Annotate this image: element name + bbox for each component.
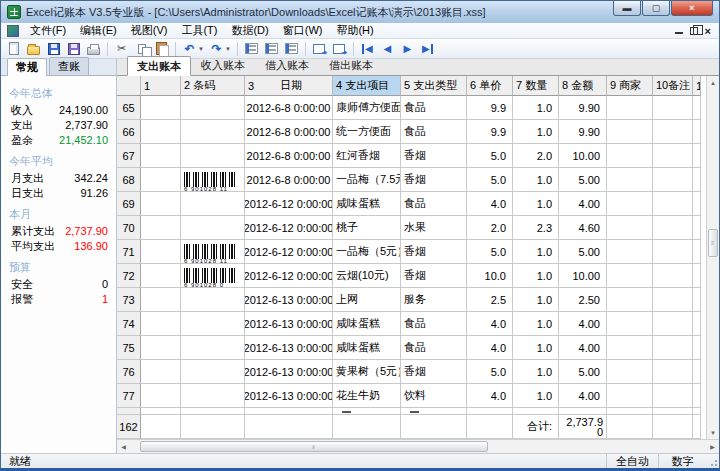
cell-type[interactable]: 食品 (401, 336, 467, 360)
cell-col1[interactable] (141, 120, 181, 144)
row-number[interactable]: 71 (117, 240, 141, 264)
total-cell-vendor[interactable] (607, 415, 653, 439)
cell-vendor[interactable] (607, 336, 653, 360)
cell-amount[interactable]: 5.00 (559, 168, 607, 192)
cell-vendor[interactable] (607, 312, 653, 336)
cell-barcode[interactable] (181, 96, 245, 120)
scroll-left-icon[interactable]: ◀ (117, 440, 130, 453)
vertical-scroll-track[interactable]: ≡ (707, 89, 719, 426)
menu-item-7[interactable]: 帮助(H) (329, 22, 380, 39)
cell-col1[interactable] (141, 168, 181, 192)
cell-amount[interactable]: 5.00 (559, 240, 607, 264)
cell-item[interactable]: 统一方便面 (333, 120, 401, 144)
total-cell-note[interactable] (653, 415, 693, 439)
cell-amount[interactable]: 2.50 (559, 288, 607, 312)
row-number[interactable]: 72 (117, 264, 141, 288)
column-header-7[interactable]: 7 数量 (513, 76, 559, 96)
menu-item-1[interactable]: 文件(F) (23, 22, 73, 39)
scroll-down-icon[interactable]: ▼ (707, 426, 719, 439)
cell-unit-price[interactable]: 5.0 (467, 168, 513, 192)
cell-amount[interactable]: 4.00 (559, 312, 607, 336)
column-header-3[interactable]: 3日期 (245, 76, 333, 96)
cell-date[interactable]: 2012-6-12 0:00:00 (245, 264, 333, 288)
sheet-forward-button[interactable] (330, 40, 349, 57)
sidebar-tab-1[interactable]: 常规 (7, 58, 47, 76)
row-number[interactable]: 77 (117, 384, 141, 408)
cell-col11[interactable] (693, 240, 701, 264)
cell-col11[interactable] (693, 192, 701, 216)
cell-quantity[interactable]: 1.0 (513, 192, 559, 216)
row-number[interactable]: 75 (117, 336, 141, 360)
cell-col1[interactable] (141, 264, 181, 288)
cell-barcode[interactable]: 6 901028 11 (181, 168, 245, 192)
cell-vendor[interactable] (607, 120, 653, 144)
cell-type[interactable]: 食品 (401, 96, 467, 120)
account-tab-2[interactable]: 收入账本 (191, 55, 255, 75)
column-header-2[interactable]: 2 条码 (181, 76, 245, 96)
cell-note[interactable] (653, 288, 693, 312)
menu-item-5[interactable]: 数据(D) (224, 22, 275, 39)
cell-unit-price[interactable]: 9.9 (467, 120, 513, 144)
cell-unit-price[interactable]: 5.0 (467, 360, 513, 384)
cell-type[interactable]: 香烟 (401, 168, 467, 192)
cell-quantity[interactable]: 1.0 (513, 240, 559, 264)
nav-next-button[interactable]: ▶ (398, 40, 417, 57)
cell-item[interactable]: 一品梅（7.5元 (333, 168, 401, 192)
cell-date[interactable]: 2012-6-12 0:00:00 (245, 216, 333, 240)
horizontal-scroll-thumb[interactable]: ‖ (140, 441, 488, 452)
menu-item-4[interactable]: 工具(T) (174, 22, 224, 39)
row-number[interactable]: 70 (117, 216, 141, 240)
nav-last-button[interactable]: ▶ (418, 40, 437, 57)
cell-col1[interactable] (141, 216, 181, 240)
cell-col11[interactable] (693, 312, 701, 336)
cell-col1[interactable] (141, 312, 181, 336)
cell-vendor[interactable] (607, 168, 653, 192)
account-tab-3[interactable]: 借入账本 (255, 55, 319, 75)
column-header-8[interactable]: 8 金额 (559, 76, 607, 96)
total-cell-unit-price[interactable] (467, 415, 513, 439)
cell-quantity[interactable]: 1.0 (513, 336, 559, 360)
cell-col1[interactable] (141, 240, 181, 264)
cell-note[interactable] (653, 336, 693, 360)
menu-item-2[interactable]: 编辑(E) (73, 22, 124, 39)
cell-note[interactable] (653, 216, 693, 240)
cell-quantity[interactable]: 1.0 (513, 312, 559, 336)
cut-button[interactable] (112, 40, 131, 57)
corner-cell[interactable] (117, 76, 141, 96)
new-button[interactable] (4, 40, 23, 57)
row-number[interactable]: 69 (117, 192, 141, 216)
cell-barcode[interactable] (181, 216, 245, 240)
total-cell-amount[interactable]: 2,737.90 (559, 415, 607, 439)
cell-vendor[interactable] (607, 288, 653, 312)
column-header-11[interactable]: 11 (693, 76, 701, 96)
cell-item[interactable]: 黄果树（5元） (333, 360, 401, 384)
row-number[interactable]: 76 (117, 360, 141, 384)
total-cell-type[interactable] (401, 415, 467, 439)
cell-type[interactable]: 水果 (401, 216, 467, 240)
cell-vendor[interactable] (607, 360, 653, 384)
cell-amount[interactable]: 10.00 (559, 144, 607, 168)
cell-amount[interactable]: 4.60 (559, 216, 607, 240)
column-header-4[interactable]: 4 支出项目 (333, 76, 401, 96)
cell-vendor[interactable] (607, 192, 653, 216)
cell-amount[interactable]: 5.00 (559, 360, 607, 384)
cell-quantity[interactable]: 1.0 (513, 360, 559, 384)
mdi-restore-icon[interactable] (690, 27, 698, 35)
cell-amount[interactable]: 10.00 (559, 264, 607, 288)
cell-col11[interactable] (693, 288, 701, 312)
row-number[interactable]: 74 (117, 312, 141, 336)
cell-note[interactable] (653, 120, 693, 144)
cell-quantity[interactable]: 1.0 (513, 96, 559, 120)
child-window-icon[interactable] (7, 25, 19, 37)
cell-note[interactable] (653, 360, 693, 384)
cell-unit-price[interactable]: 4.0 (467, 336, 513, 360)
cell-barcode[interactable]: 6 901028 11 (181, 240, 245, 264)
cell-col11[interactable] (693, 96, 701, 120)
cell-note[interactable] (653, 264, 693, 288)
row-number[interactable]: 162 (117, 415, 141, 439)
account-tab-4[interactable]: 借出账本 (319, 55, 383, 75)
cell-type[interactable]: 服务 (401, 288, 467, 312)
cell-item[interactable]: 一品梅（5元） (333, 240, 401, 264)
nav-prev-button[interactable]: ◀ (378, 40, 397, 57)
cell-date[interactable]: 2012-6-13 0:00:00 (245, 336, 333, 360)
